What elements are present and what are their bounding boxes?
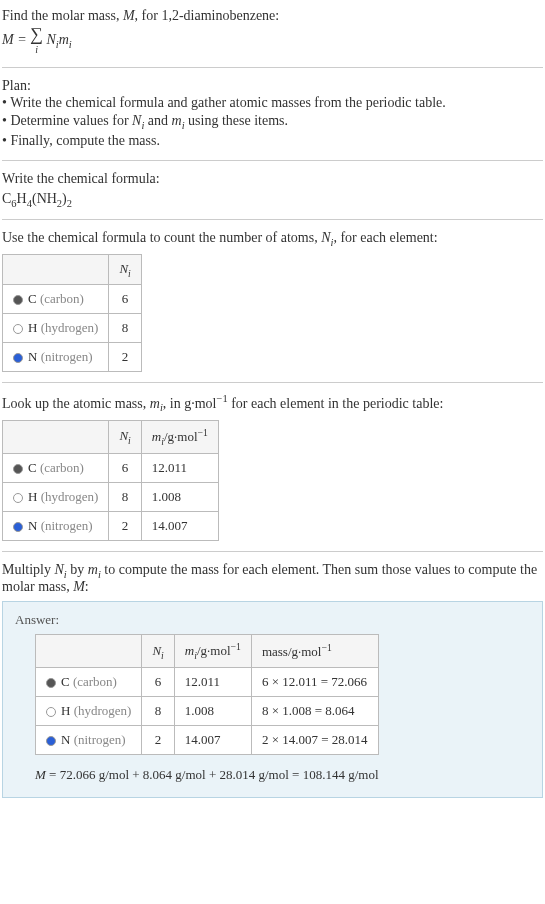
lookup-table: Ni mi/g·mol−1 C (carbon) 6 12.011 H (hyd…: [2, 420, 219, 541]
m-value: 1.008: [174, 697, 251, 726]
chem-heading: Write the chemical formula:: [2, 171, 543, 187]
eq-left: M =: [2, 32, 30, 47]
answer-table: Ni mi/g·mol−1 mass/g·mol−1 C (carbon) 6 …: [35, 634, 379, 755]
multiply-block: Multiply Ni by mi to compute the mass fo…: [2, 556, 543, 805]
eq-N: N: [46, 32, 55, 47]
element-cell: C (carbon): [3, 285, 109, 314]
mass-value: 8 × 1.008 = 8.064: [251, 697, 378, 726]
eq-m: m: [59, 32, 69, 47]
element-cell: N (nitrogen): [3, 511, 109, 540]
table-row: H (hydrogen) 8: [3, 314, 142, 343]
n-value: 6: [142, 668, 174, 697]
mass-header: mass/g·mol−1: [251, 635, 378, 668]
intro-M: M: [123, 8, 135, 23]
count-table: Ni C (carbon) 6 H (hydrogen) 8 N (nitrog…: [2, 254, 142, 373]
hydrogen-swatch-icon: [13, 493, 23, 503]
empty-header: [3, 420, 109, 453]
table-header-row: Ni mi/g·mol−1 mass/g·mol−1: [36, 635, 379, 668]
carbon-swatch-icon: [13, 295, 23, 305]
plan-bullet-1: • Write the chemical formula and gather …: [2, 94, 543, 112]
plan-heading: Plan:: [2, 78, 543, 94]
divider: [2, 551, 543, 552]
multiply-text: Multiply Ni by mi to compute the mass fo…: [2, 562, 543, 596]
carbon-swatch-icon: [46, 678, 56, 688]
divider: [2, 219, 543, 220]
m-header: mi/g·mol−1: [141, 420, 218, 453]
n-value: 6: [109, 285, 141, 314]
table-header-row: Ni mi/g·mol−1: [3, 420, 219, 453]
lookup-text: Look up the atomic mass, mi, in g·mol−1 …: [2, 393, 543, 413]
n-header: Ni: [142, 635, 174, 668]
element-cell: H (hydrogen): [3, 482, 109, 511]
table-row: N (nitrogen) 2 14.007 2 × 14.007 = 28.01…: [36, 726, 379, 755]
table-row: H (hydrogen) 8 1.008: [3, 482, 219, 511]
table-row: H (hydrogen) 8 1.008 8 × 1.008 = 8.064: [36, 697, 379, 726]
table-row: C (carbon) 6: [3, 285, 142, 314]
intro-line: Find the molar mass, M, for 1,2-diaminob…: [2, 8, 543, 24]
eq-mi: i: [69, 39, 72, 50]
empty-header: [36, 635, 142, 668]
element-cell: C (carbon): [3, 453, 109, 482]
table-row: C (carbon) 6 12.011: [3, 453, 219, 482]
sigma-icon: ∑i: [30, 26, 43, 55]
m-value: 14.007: [141, 511, 218, 540]
n-header: Ni: [109, 420, 141, 453]
element-cell: H (hydrogen): [3, 314, 109, 343]
n-value: 6: [109, 453, 141, 482]
chemical-formula: C6H4(NH2)2: [2, 187, 543, 209]
divider: [2, 67, 543, 68]
plan-block: Plan: • Write the chemical formula and g…: [2, 72, 543, 156]
count-text: Use the chemical formula to count the nu…: [2, 230, 543, 248]
intro-text2: , for 1,2-diaminobenzene:: [135, 8, 280, 23]
n-value: 8: [142, 697, 174, 726]
answer-box: Answer: Ni mi/g·mol−1 mass/g·mol−1 C (ca…: [2, 601, 543, 798]
m-header: mi/g·mol−1: [174, 635, 251, 668]
element-cell: N (nitrogen): [3, 343, 109, 372]
final-equation: M = 72.066 g/mol + 8.064 g/mol + 28.014 …: [35, 767, 530, 783]
table-row: C (carbon) 6 12.011 6 × 12.011 = 72.066: [36, 668, 379, 697]
m-value: 12.011: [141, 453, 218, 482]
mass-value: 2 × 14.007 = 28.014: [251, 726, 378, 755]
m-value: 12.011: [174, 668, 251, 697]
nitrogen-swatch-icon: [46, 736, 56, 746]
molar-mass-equation: M = ∑i Nimi: [2, 24, 543, 57]
lookup-block: Look up the atomic mass, mi, in g·mol−1 …: [2, 387, 543, 546]
divider: [2, 382, 543, 383]
m-value: 1.008: [141, 482, 218, 511]
table-row: N (nitrogen) 2: [3, 343, 142, 372]
n-header: Ni: [109, 254, 141, 285]
intro-block: Find the molar mass, M, for 1,2-diaminob…: [2, 2, 543, 63]
element-cell: H (hydrogen): [36, 697, 142, 726]
chemical-formula-block: Write the chemical formula: C6H4(NH2)2: [2, 165, 543, 215]
n-value: 2: [109, 343, 141, 372]
plan-bullet-2: • Determine values for Ni and mi using t…: [2, 112, 543, 132]
n-value: 2: [109, 511, 141, 540]
element-cell: N (nitrogen): [36, 726, 142, 755]
count-atoms-block: Use the chemical formula to count the nu…: [2, 224, 543, 378]
element-cell: C (carbon): [36, 668, 142, 697]
intro-text: Find the molar mass,: [2, 8, 123, 23]
table-header-row: Ni: [3, 254, 142, 285]
hydrogen-swatch-icon: [13, 324, 23, 334]
empty-header: [3, 254, 109, 285]
n-value: 8: [109, 482, 141, 511]
hydrogen-swatch-icon: [46, 707, 56, 717]
answer-label: Answer:: [15, 612, 530, 628]
nitrogen-swatch-icon: [13, 522, 23, 532]
table-row: N (nitrogen) 2 14.007: [3, 511, 219, 540]
nitrogen-swatch-icon: [13, 353, 23, 363]
n-value: 8: [109, 314, 141, 343]
m-value: 14.007: [174, 726, 251, 755]
plan-bullet-3: • Finally, compute the mass.: [2, 132, 543, 150]
mass-value: 6 × 12.011 = 72.066: [251, 668, 378, 697]
divider: [2, 160, 543, 161]
carbon-swatch-icon: [13, 464, 23, 474]
n-value: 2: [142, 726, 174, 755]
